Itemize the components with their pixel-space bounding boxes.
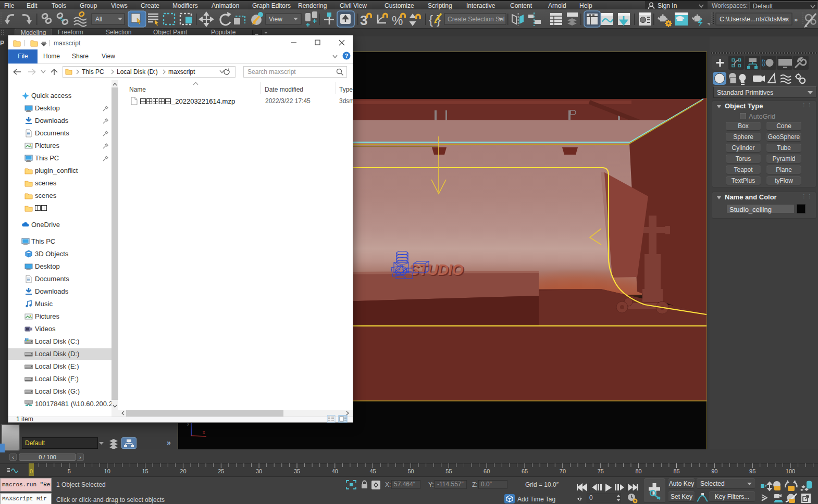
svg-text:95: 95 <box>749 468 755 474</box>
svg-text:50: 50 <box>407 468 414 474</box>
svg-text:0: 0 <box>30 468 33 474</box>
svg-text:55: 55 <box>445 468 452 474</box>
svg-text:x: x <box>203 430 205 435</box>
svg-text:View: View <box>269 16 282 23</box>
svg-text:75: 75 <box>598 468 604 474</box>
svg-text:All: All <box>95 16 102 23</box>
svg-text:45: 45 <box>369 468 376 474</box>
svg-text:20: 20 <box>180 468 186 474</box>
svg-text:5: 5 <box>68 468 71 474</box>
svg-text:60: 60 <box>484 468 490 474</box>
svg-text:{: { <box>429 12 433 27</box>
svg-text:85: 85 <box>673 468 679 474</box>
svg-text:35: 35 <box>294 468 300 474</box>
svg-text:80: 80 <box>635 468 641 474</box>
svg-text:?: ? <box>345 53 349 59</box>
svg-text:65: 65 <box>522 468 528 474</box>
svg-text:maxscript: maxscript <box>54 40 81 47</box>
svg-text:C:\Users\e...nts\3dsMax: C:\Users\e...nts\3dsMax <box>720 16 789 23</box>
svg-text:100: 100 <box>786 468 795 474</box>
svg-text:30: 30 <box>256 468 262 474</box>
svg-text:»: » <box>794 16 798 23</box>
svg-text:90: 90 <box>711 468 717 474</box>
svg-text:STUDIO: STUDIO <box>409 261 464 278</box>
svg-text:40: 40 <box>332 468 338 474</box>
svg-text:70: 70 <box>560 468 566 474</box>
svg-text:15: 15 <box>142 468 148 474</box>
svg-text:Create Selection Sel: Create Selection Sel <box>448 16 504 23</box>
svg-text:10: 10 <box>104 468 110 474</box>
svg-text:25: 25 <box>218 468 224 474</box>
